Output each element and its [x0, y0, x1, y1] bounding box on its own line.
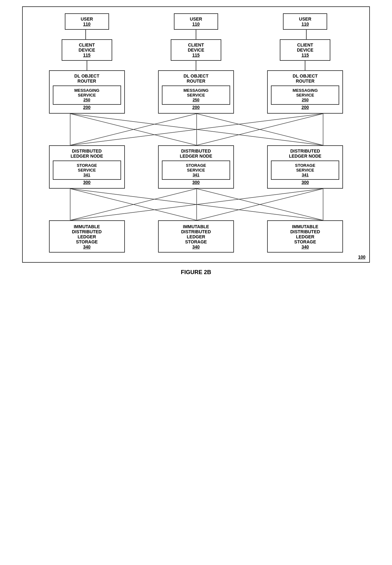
node-ref-2: 300 — [162, 180, 230, 185]
storage-ref-3: 341 — [274, 173, 336, 177]
messaging-ref-1: 250 — [56, 97, 118, 102]
node-ref-3: 300 — [271, 180, 339, 185]
ledger-row: IMMUTABLEDISTRIBUTEDLEDGERSTORAGE 340 IM… — [32, 220, 360, 253]
storage-box-1: STORAGESERVICE 341 — [53, 160, 121, 180]
storage-label-1: STORAGESERVICE — [56, 163, 118, 173]
user-row: USER 110 USER 110 USER 110 — [32, 13, 360, 30]
storage-box-3: STORAGESERVICE 341 — [271, 160, 339, 180]
storage-ref-1: 341 — [56, 173, 118, 177]
user-label-1: USER — [69, 16, 105, 22]
messaging-ref-2: 250 — [165, 97, 227, 102]
messaging-label-2: MESSAGINGSERVICE — [165, 88, 227, 97]
ledger-label-1: IMMUTABLEDISTRIBUTEDLEDGERSTORAGE — [53, 224, 121, 244]
router-ref-1: 200 — [53, 105, 121, 110]
figure-label: FIGURE 2B — [181, 269, 211, 276]
user-box-2: USER 110 — [174, 13, 218, 30]
ledger-label-3: IMMUTABLEDISTRIBUTEDLEDGERSTORAGE — [271, 224, 339, 244]
client-label-1: CLIENTDEVICE — [65, 42, 108, 53]
messaging-label-1: MESSAGINGSERVICE — [56, 88, 118, 97]
node-ref-1: 300 — [53, 180, 121, 185]
user-ref-1: 110 — [69, 22, 105, 27]
client-ref-2: 115 — [175, 53, 217, 58]
node-box-2: DISTRIBUTEDLEDGER NODE STORAGESERVICE 34… — [158, 145, 234, 189]
diagram-container: USER 110 USER 110 USER 110 CLIENTDEVICE … — [22, 6, 370, 263]
ledger-box-1: IMMUTABLEDISTRIBUTEDLEDGERSTORAGE 340 — [49, 220, 125, 253]
router-ref-3: 200 — [271, 105, 339, 110]
storage-label-3: STORAGESERVICE — [274, 163, 336, 173]
node-label-3: DISTRIBUTEDLEDGER NODE — [271, 148, 339, 159]
router-box-3: DL OBJECTROUTER MESSAGINGSERVICE 250 200 — [267, 70, 343, 114]
router-label-1: DL OBJECTROUTER — [53, 73, 121, 84]
user-box-1: USER 110 — [65, 13, 109, 30]
user-ref-2: 110 — [178, 22, 214, 27]
router-label-2: DL OBJECTROUTER — [162, 73, 230, 84]
user-box-3: USER 110 — [283, 13, 327, 30]
user-ref-3: 110 — [287, 22, 323, 27]
client-row: CLIENTDEVICE 115 CLIENTDEVICE 115 CLIENT… — [32, 39, 360, 61]
diagram-ref: 100 — [358, 254, 365, 260]
client-ref-3: 115 — [284, 53, 327, 58]
node-row: DISTRIBUTEDLEDGER NODE STORAGESERVICE 34… — [32, 145, 360, 189]
connector-user-client — [32, 30, 360, 39]
messaging-box-2: MESSAGINGSERVICE 250 — [162, 85, 230, 105]
ledger-ref-3: 340 — [271, 244, 339, 249]
client-box-1: CLIENTDEVICE 115 — [62, 39, 112, 61]
ledger-box-2: IMMUTABLEDISTRIBUTEDLEDGERSTORAGE 340 — [158, 220, 234, 253]
ledger-ref-1: 340 — [53, 244, 121, 249]
router-label-3: DL OBJECTROUTER — [271, 73, 339, 84]
node-box-3: DISTRIBUTEDLEDGER NODE STORAGESERVICE 34… — [267, 145, 343, 189]
router-ref-2: 200 — [162, 105, 230, 110]
router-node-cross-connect — [32, 114, 360, 145]
ledger-label-2: IMMUTABLEDISTRIBUTEDLEDGERSTORAGE — [162, 224, 230, 244]
client-ref-1: 115 — [65, 53, 108, 58]
node-box-1: DISTRIBUTEDLEDGER NODE STORAGESERVICE 34… — [49, 145, 125, 189]
messaging-box-1: MESSAGINGSERVICE 250 — [53, 85, 121, 105]
node-label-1: DISTRIBUTEDLEDGER NODE — [53, 148, 121, 159]
messaging-label-3: MESSAGINGSERVICE — [274, 88, 336, 97]
router-box-2: DL OBJECTROUTER MESSAGINGSERVICE 250 200 — [158, 70, 234, 114]
ledger-box-3: IMMUTABLEDISTRIBUTEDLEDGERSTORAGE 340 — [267, 220, 343, 253]
client-label-3: CLIENTDEVICE — [284, 42, 327, 53]
client-box-3: CLIENTDEVICE 115 — [280, 39, 330, 61]
node-ledger-cross-connect — [32, 189, 360, 220]
node-label-2: DISTRIBUTEDLEDGER NODE — [162, 148, 230, 159]
connector-client-router — [32, 61, 360, 70]
user-label-2: USER — [178, 16, 214, 22]
user-label-3: USER — [287, 16, 323, 22]
router-box-1: DL OBJECTROUTER MESSAGINGSERVICE 250 200 — [49, 70, 125, 114]
storage-ref-2: 341 — [165, 173, 227, 177]
router-row: DL OBJECTROUTER MESSAGINGSERVICE 250 200… — [32, 70, 360, 114]
storage-box-2: STORAGESERVICE 341 — [162, 160, 230, 180]
client-label-2: CLIENTDEVICE — [175, 42, 217, 53]
messaging-box-3: MESSAGINGSERVICE 250 — [271, 85, 339, 105]
storage-label-2: STORAGESERVICE — [165, 163, 227, 173]
ledger-ref-2: 340 — [162, 244, 230, 249]
messaging-ref-3: 250 — [274, 97, 336, 102]
client-box-2: CLIENTDEVICE 115 — [171, 39, 221, 61]
